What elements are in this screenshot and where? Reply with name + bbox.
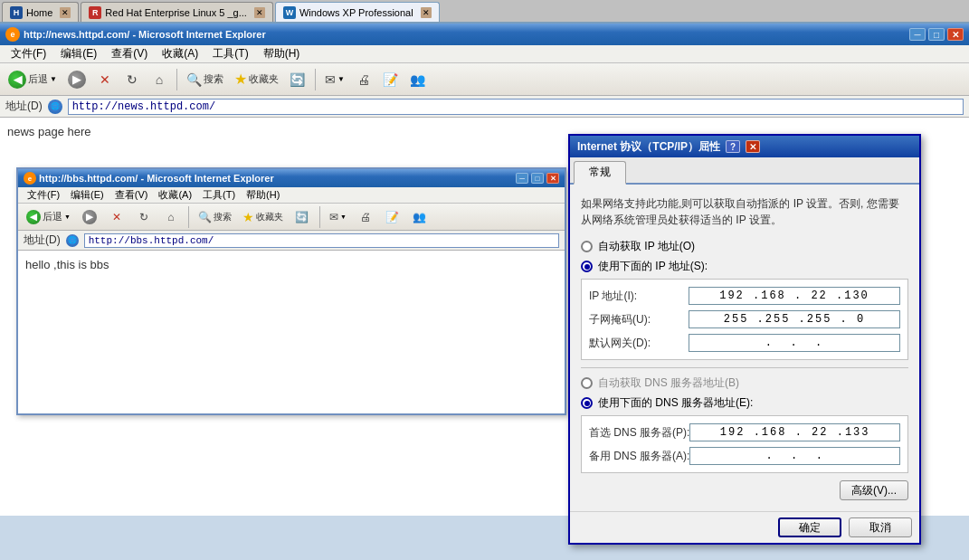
advanced-button[interactable]: 高级(V)... — [840, 480, 908, 500]
inner-mail-dropdown[interactable]: ▼ — [340, 214, 347, 220]
menu-help[interactable]: 帮助(H) — [256, 44, 308, 63]
history-button[interactable]: 🔄 — [285, 67, 310, 92]
ok-button[interactable]: 确定 — [778, 517, 841, 537]
close-button[interactable]: ✕ — [947, 28, 964, 41]
messenger-button[interactable]: 👥 — [405, 67, 431, 92]
inner-favorites-label: 收藏夹 — [256, 211, 283, 223]
tab-winxp[interactable]: W Windows XP Professional ✕ — [275, 2, 440, 22]
subnet-input[interactable] — [689, 310, 900, 328]
back-icon: ◀ — [8, 71, 26, 89]
menu-view[interactable]: 查看(V) — [104, 44, 155, 63]
inner-menu-favorites[interactable]: 收藏(A) — [153, 187, 197, 203]
outer-address-input[interactable] — [68, 99, 964, 115]
inner-separator-2 — [319, 206, 320, 228]
outer-browser-title: http://news.httpd.com/ - Microsoft Inter… — [24, 29, 909, 40]
cancel-button[interactable]: 取消 — [849, 517, 912, 537]
print-button[interactable]: 🖨 — [351, 67, 376, 92]
gateway-row: 默认网关(D): — [589, 334, 900, 352]
forward-button[interactable]: ▶ — [63, 67, 90, 92]
dialog-help-button[interactable]: ? — [726, 140, 740, 153]
menu-file[interactable]: 文件(F) — [4, 44, 53, 63]
alternate-dns-input[interactable] — [689, 447, 900, 465]
dialog-title-text: Internet 协议（TCP/IP）屈性 — [577, 139, 720, 155]
home-button[interactable]: ⌂ — [147, 67, 172, 92]
inner-back-label: 后退 — [43, 210, 62, 223]
search-button[interactable]: 🔍 搜索 — [182, 67, 228, 92]
ie-icon: e — [5, 27, 20, 42]
inner-menu-tools[interactable]: 工具(T) — [197, 187, 241, 203]
inner-separator-1 — [188, 206, 189, 228]
tab-winxp-icon: W — [283, 6, 296, 19]
inner-home-button[interactable]: ⌂ — [158, 206, 184, 228]
inner-back-icon: ◀ — [26, 210, 41, 224]
auto-dns-label: 自动获取 DNS 服务器地址(B) — [598, 375, 739, 391]
alternate-dns-label: 备用 DNS 服务器(A): — [589, 449, 689, 464]
inner-stop-button[interactable]: ✕ — [104, 206, 129, 228]
stop-icon: ✕ — [100, 72, 110, 87]
preferred-dns-input[interactable] — [689, 423, 900, 441]
inner-menu-help[interactable]: 帮助(H) — [241, 187, 285, 203]
inner-menu-view[interactable]: 查看(V) — [109, 187, 154, 203]
manual-ip-radio[interactable] — [581, 261, 593, 272]
inner-history-button[interactable]: 🔄 — [290, 206, 315, 228]
auto-ip-label: 自动获取 IP 地址(O) — [598, 239, 695, 254]
mail-dropdown[interactable]: ▼ — [337, 75, 345, 83]
tab-winxp-close[interactable]: ✕ — [421, 7, 432, 18]
menu-edit[interactable]: 编辑(E) — [53, 44, 104, 63]
inner-refresh-button[interactable]: ↻ — [131, 206, 157, 228]
alternate-dns-row: 备用 DNS 服务器(A): — [589, 447, 900, 465]
search-label: 搜索 — [204, 72, 223, 86]
ip-address-input[interactable] — [689, 287, 900, 305]
edit-icon: 📝 — [383, 72, 398, 87]
gateway-input[interactable] — [689, 334, 900, 352]
manual-dns-row[interactable]: 使用下面的 DNS 服务器地址(E): — [581, 395, 908, 411]
inner-maximize-button[interactable]: □ — [531, 173, 544, 184]
inner-forward-button[interactable]: ▶ — [77, 206, 102, 228]
refresh-button[interactable]: ↻ — [119, 67, 145, 92]
inner-close-button[interactable]: ✕ — [546, 173, 559, 184]
auto-ip-radio[interactable] — [581, 241, 593, 252]
gateway-label: 默认网关(D): — [589, 336, 689, 351]
stop-button[interactable]: ✕ — [92, 67, 118, 92]
menu-tools[interactable]: 工具(T) — [205, 44, 255, 63]
inner-menu-file[interactable]: 文件(F) — [22, 187, 65, 203]
auto-ip-row[interactable]: 自动获取 IP 地址(O) — [581, 239, 908, 254]
menu-favorites[interactable]: 收藏(A) — [155, 44, 205, 63]
tab-home-label: Home — [26, 7, 52, 18]
inner-favorites-button[interactable]: ★ 收藏夹 — [238, 206, 288, 228]
separator-2 — [315, 69, 316, 90]
tab-rhel[interactable]: R Red Hat Enterprise Linux 5 _g... ✕ — [81, 2, 273, 22]
inner-messenger-button[interactable]: 👥 — [407, 206, 432, 228]
tab-home-close[interactable]: ✕ — [60, 7, 71, 18]
auto-dns-row[interactable]: 自动获取 DNS 服务器地址(B) — [581, 375, 908, 391]
manual-ip-row[interactable]: 使用下面的 IP 地址(S): — [581, 259, 908, 274]
manual-dns-radio[interactable] — [581, 397, 593, 409]
dialog-close-button[interactable]: ✕ — [746, 140, 760, 153]
tab-home[interactable]: H Home ✕ — [2, 2, 79, 22]
inner-search-button[interactable]: 🔍 搜索 — [194, 206, 236, 228]
inner-minimize-button[interactable]: ─ — [516, 173, 528, 184]
outer-address-label: 地址(D) — [5, 99, 43, 114]
inner-print-button[interactable]: 🖨 — [353, 206, 378, 228]
inner-address-label: 地址(D) — [24, 233, 61, 248]
inner-search-label: 搜索 — [214, 211, 232, 223]
auto-dns-radio[interactable] — [581, 377, 593, 389]
inner-back-button[interactable]: ◀ 后退 ▼ — [22, 206, 75, 228]
minimize-button[interactable]: ─ — [909, 28, 926, 41]
inner-content-text: hello ,this is bbs — [25, 258, 109, 271]
favorites-button[interactable]: ★ 收藏夹 — [230, 67, 283, 92]
subnet-row: 子网掩码(U): — [589, 310, 900, 328]
mail-button[interactable]: ✉ ▼ — [320, 67, 349, 92]
maximize-button[interactable]: □ — [928, 28, 945, 41]
back-button[interactable]: ◀ 后退 ▼ — [4, 67, 62, 92]
inner-menu-edit[interactable]: 编辑(E) — [65, 187, 109, 203]
inner-address-input[interactable] — [84, 233, 559, 248]
edit-button[interactable]: 📝 — [378, 67, 404, 92]
tab-rhel-close[interactable]: ✕ — [254, 7, 265, 18]
dialog-tab-general[interactable]: 常规 — [574, 161, 626, 185]
inner-mail-button[interactable]: ✉ ▼ — [325, 206, 351, 228]
inner-back-dropdown[interactable]: ▼ — [64, 214, 71, 220]
inner-edit-button[interactable]: 📝 — [380, 206, 405, 228]
search-icon: 🔍 — [186, 72, 202, 87]
back-dropdown-icon[interactable]: ▼ — [50, 75, 57, 83]
